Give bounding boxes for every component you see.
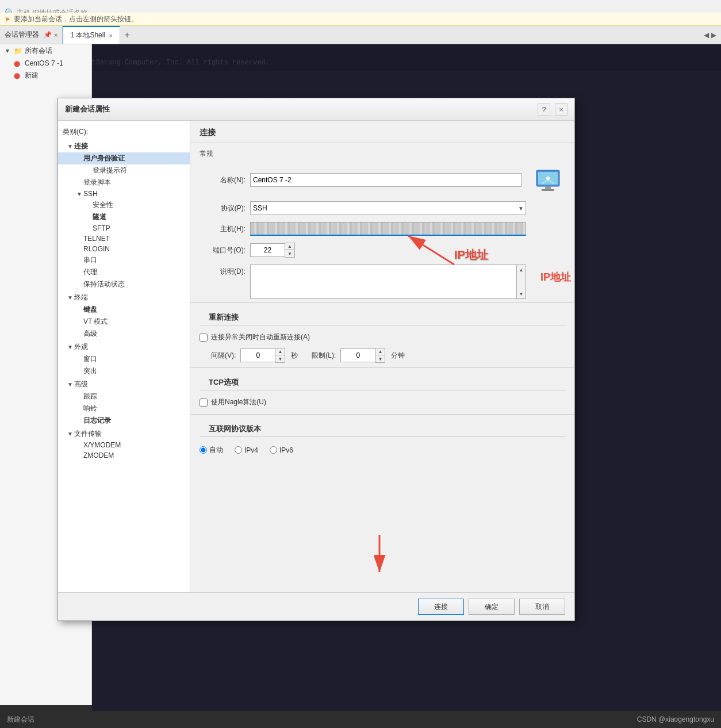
auto-radio-item: 自动: [200, 445, 223, 455]
expand-login-icon: [86, 167, 93, 174]
close-session-manager-icon[interactable]: ×: [54, 32, 57, 39]
interval-increment-button[interactable]: ▲: [275, 348, 285, 355]
desc-scrollbar[interactable]: ▲ ▼: [517, 265, 526, 299]
tree-tunnel[interactable]: 隧道: [58, 211, 190, 223]
ipv4-radio[interactable]: [235, 446, 242, 454]
tree-window[interactable]: 窗口: [58, 353, 190, 365]
limit-input[interactable]: [340, 348, 375, 362]
tree-login-prompt[interactable]: 登录提示符: [58, 164, 190, 177]
ipv6-radio[interactable]: [270, 446, 277, 454]
host-label: 主机(H):: [200, 224, 246, 234]
interval-decrement-button[interactable]: ▼: [275, 355, 285, 362]
local-shell-tab[interactable]: 1 本地Shell ×: [63, 26, 120, 44]
close-dialog-button[interactable]: ×: [555, 103, 567, 116]
connect-button[interactable]: 连接: [418, 599, 464, 615]
tree-appearance[interactable]: ▼ 外观: [58, 341, 190, 353]
dialog-body: 类别(C): ▼ 连接 用户身份验证 登录提示符 登录脚本 ▼ SSH: [58, 121, 574, 592]
tree-ssh[interactable]: ▼ SSH: [58, 189, 190, 199]
tree-logging[interactable]: 日志记录: [58, 415, 190, 427]
tree-security[interactable]: 安全性: [58, 199, 190, 211]
ipv4-radio-item: IPv4: [235, 446, 258, 454]
status-right: CSDN @xiaogengtongxu: [637, 715, 714, 723]
tab-bar: 会话管理器 📌 × 1 本地Shell × + ◀ ▶: [0, 26, 721, 44]
desc-textarea[interactable]: [250, 265, 517, 299]
tree-connection[interactable]: ▼ 连接: [58, 140, 190, 152]
general-title: 常规: [190, 143, 574, 162]
expand-sftp-icon: [86, 225, 93, 232]
folder-icon: 📁: [14, 47, 22, 55]
sidebar-centos71[interactable]: ⬤ CentOS 7 -1: [0, 58, 91, 69]
proxy-label: 代理: [76, 267, 97, 277]
tree-bell[interactable]: 响铃: [58, 403, 190, 415]
cancel-button[interactable]: 取消: [519, 599, 565, 615]
tree-telnet[interactable]: TELNET: [58, 233, 190, 244]
tree-serial[interactable]: 串口: [58, 254, 190, 266]
tree-keyboard[interactable]: 键盘: [58, 304, 190, 316]
new-session-status: 新建会话: [7, 715, 34, 723]
reconnect-title: 重新连接: [200, 308, 565, 325]
desc-label: 说明(D):: [200, 267, 246, 277]
keyboard-label: 键盘: [76, 305, 97, 315]
ok-button[interactable]: 确定: [469, 599, 515, 615]
tree-highlight[interactable]: 突出: [58, 365, 190, 377]
close-tab-icon[interactable]: ×: [109, 32, 112, 39]
add-tab-button[interactable]: +: [120, 30, 135, 40]
next-tab-icon[interactable]: ▶: [711, 31, 716, 39]
advanced-label: 高级: [74, 380, 88, 389]
ip-address-annotation: IP地址: [454, 247, 488, 263]
tree-user-auth[interactable]: 用户身份验证: [58, 152, 190, 164]
tree-rlogin[interactable]: RLOGIN: [58, 244, 190, 254]
scroll-up-icon[interactable]: ▲: [517, 265, 526, 274]
keepalive-label: 保持活动状态: [76, 279, 125, 289]
tree-terminal[interactable]: ▼ 终端: [58, 292, 190, 304]
tree-xymodem[interactable]: X/YMODEM: [58, 440, 190, 450]
port-increment-button[interactable]: ▲: [285, 243, 294, 250]
limit-increment-button[interactable]: ▲: [375, 348, 385, 355]
protocol-select[interactable]: SSH TELNET RLOGIN Serial SFTP: [250, 201, 526, 215]
tree-login-script[interactable]: 登录脚本: [58, 177, 190, 189]
tree-advanced-terminal[interactable]: 高级: [58, 328, 190, 340]
expand-filetransfer-icon: ▼: [67, 431, 74, 437]
sidebar-new-session[interactable]: ⬤ 新建: [0, 69, 91, 82]
status-bar: 新建会话 CSDN @xiaogengtongxu: [0, 711, 721, 728]
expand-userauth-icon: [76, 155, 83, 162]
tree-zmodem[interactable]: ZMODEM: [58, 450, 190, 461]
port-input[interactable]: [250, 243, 285, 257]
trace-label: 跟踪: [76, 392, 97, 401]
file-transfer-label: 文件传输: [74, 429, 102, 439]
limit-decrement-button[interactable]: ▼: [375, 355, 385, 362]
reconnect-checkbox[interactable]: [200, 334, 208, 342]
protocol-row: 协议(P): SSH TELNET RLOGIN Serial SFTP ▼: [190, 198, 574, 219]
login-prompt-label: 登录提示符: [93, 166, 127, 175]
name-input[interactable]: [250, 173, 521, 187]
add-hint-text: 要添加当前会话，点击左侧的箭头按钮。: [14, 14, 138, 24]
user-auth-label: 用户身份验证: [83, 154, 125, 163]
prev-tab-icon[interactable]: ◀: [704, 31, 709, 39]
port-decrement-button[interactable]: ▼: [285, 250, 294, 257]
tab-nav-arrows[interactable]: ◀ ▶: [704, 31, 721, 39]
sidebar-all-sessions[interactable]: ▼ 📁 所有会话: [0, 44, 91, 58]
tree-proxy[interactable]: 代理: [58, 266, 190, 278]
expand-connection-icon: ▼: [67, 143, 74, 150]
help-button[interactable]: ?: [538, 103, 550, 116]
port-spin-buttons: ▲ ▼: [285, 243, 295, 258]
zmodem-label: ZMODEM: [76, 451, 114, 459]
tree-vt-mode[interactable]: VT 模式: [58, 316, 190, 328]
xymodem-label: X/YMODEM: [76, 441, 121, 449]
interval-input[interactable]: [240, 348, 275, 362]
session-manager-tab[interactable]: 会话管理器 📌 ×: [0, 26, 63, 44]
host-input-blurred[interactable]: [250, 222, 526, 236]
expand-advanced-icon: ▼: [67, 381, 74, 388]
scroll-down-icon[interactable]: ▼: [517, 289, 526, 298]
tree-trace[interactable]: 跟踪: [58, 390, 190, 403]
nagle-checkbox[interactable]: [200, 399, 208, 407]
tree-advanced[interactable]: ▼ 高级: [58, 378, 190, 390]
desc-row: 说明(D): ▲ ▼ IP地址: [190, 261, 574, 302]
internet-protocol-section: 互联网协议版本 自动 IPv4 IPv6: [190, 414, 574, 463]
auto-radio[interactable]: [200, 446, 207, 454]
tree-keepalive[interactable]: 保持活动状态: [58, 278, 190, 290]
centos71-label: CentOS 7 -1: [25, 59, 63, 67]
tree-file-transfer[interactable]: ▼ 文件传输: [58, 428, 190, 440]
ipv6-label: IPv6: [279, 446, 293, 454]
tree-sftp[interactable]: SFTP: [58, 223, 190, 233]
